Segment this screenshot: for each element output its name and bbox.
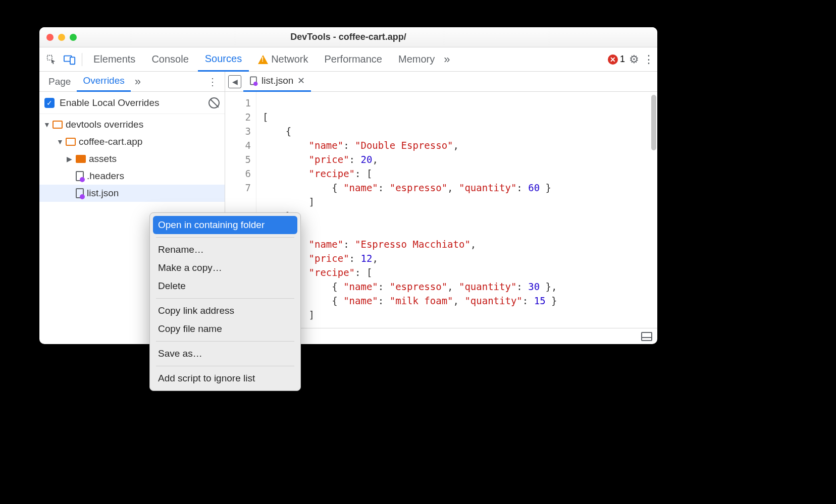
settings-icon[interactable]: ⚙: [629, 53, 639, 66]
file-icon: [250, 77, 257, 85]
tree-label: coffee-cart.app: [79, 136, 142, 147]
tab-sources[interactable]: Sources: [198, 47, 249, 72]
tab-network-label: Network: [271, 53, 308, 65]
tree-label: list.json: [87, 188, 119, 199]
tree-file-headers[interactable]: .headers: [39, 167, 225, 185]
titlebar: DevTools - coffee-cart.app/: [39, 27, 657, 47]
traffic-lights: [46, 34, 77, 41]
clear-overrides-icon[interactable]: [208, 97, 220, 108]
line-number: 6: [225, 166, 251, 181]
svg-rect-2: [70, 57, 75, 64]
separator: [82, 53, 82, 66]
disclosure-triangle-icon: ▶: [67, 155, 73, 163]
cm-save-as[interactable]: Save as…: [150, 345, 300, 363]
tree-label: devtools overrides: [66, 119, 143, 130]
folder-icon: [66, 138, 76, 146]
tab-elements[interactable]: Elements: [86, 47, 142, 72]
tree-folder-domain[interactable]: ▼ coffee-cart.app: [39, 133, 225, 150]
cm-make-copy[interactable]: Make a copy…: [150, 259, 300, 277]
cm-delete[interactable]: Delete: [150, 277, 300, 295]
line-number: 2: [225, 110, 251, 124]
tab-memory[interactable]: Memory: [391, 47, 442, 72]
error-icon: ✕: [608, 54, 618, 65]
file-icon: [76, 188, 84, 198]
tree-file-listjson[interactable]: list.json: [39, 185, 225, 202]
cm-open-in-folder[interactable]: Open in containing folder: [153, 216, 297, 234]
file-icon: [76, 171, 84, 181]
kebab-menu-icon[interactable]: ⋮: [643, 53, 653, 66]
tree-label: assets: [89, 153, 117, 164]
navigator-tab-page[interactable]: Page: [42, 72, 77, 92]
separator: [156, 341, 294, 342]
cm-add-ignore[interactable]: Add script to ignore list: [150, 369, 300, 387]
line-number: 3: [225, 124, 251, 138]
navigator-kebab-icon[interactable]: ⋮: [203, 76, 222, 88]
editor-tab-listjson[interactable]: list.json ✕: [243, 72, 311, 92]
toggle-drawer-icon[interactable]: [641, 332, 652, 341]
folder-icon: [76, 155, 86, 163]
line-number: 7: [225, 181, 251, 195]
vertical-scrollbar[interactable]: [651, 95, 656, 150]
tab-performance[interactable]: Performance: [318, 47, 390, 72]
cm-copy-link[interactable]: Copy link address: [150, 302, 300, 320]
code-content[interactable]: [ { "name": "Double Espresso", "price": …: [256, 92, 657, 328]
tree-folder-assets[interactable]: ▶ assets: [39, 150, 225, 167]
navigator-tabs: Page Overrides » ⋮: [39, 72, 225, 92]
more-tabs-icon[interactable]: »: [444, 53, 450, 66]
cm-copy-filename[interactable]: Copy file name: [150, 320, 300, 338]
editor-tabbar: ◀ list.json ✕: [225, 72, 657, 92]
zoom-window-button[interactable]: [70, 34, 77, 41]
navigator-more-tabs-icon[interactable]: »: [131, 75, 145, 88]
folder-icon: [53, 121, 63, 129]
line-number: 5: [225, 152, 251, 166]
error-count: 1: [620, 54, 625, 65]
enable-overrides-label: Enable Local Overrides: [60, 97, 203, 108]
context-menu: Open in containing folder Rename… Make a…: [149, 212, 301, 391]
separator: [156, 237, 294, 238]
line-number: 4: [225, 138, 251, 152]
tab-console[interactable]: Console: [144, 47, 195, 72]
tab-network[interactable]: Network: [251, 47, 315, 72]
disclosure-triangle-icon: ▼: [43, 121, 49, 129]
disclosure-triangle-icon: ▼: [57, 138, 63, 146]
error-count-badge[interactable]: ✕ 1: [608, 54, 625, 65]
device-toggle-icon[interactable]: [62, 51, 78, 68]
window-title: DevTools - coffee-cart.app/: [77, 32, 620, 42]
main-toolbar: Elements Console Sources Network Perform…: [39, 47, 657, 72]
close-window-button[interactable]: [46, 34, 54, 41]
devtools-window: DevTools - coffee-cart.app/ Elements Con…: [39, 27, 657, 344]
minimize-window-button[interactable]: [58, 34, 65, 41]
svg-rect-0: [47, 55, 52, 60]
editor-tab-filename: list.json: [262, 75, 293, 86]
tree-label: .headers: [87, 171, 124, 182]
close-tab-icon[interactable]: ✕: [297, 75, 305, 86]
inspect-element-icon[interactable]: [43, 51, 60, 68]
enable-overrides-row: ✓ Enable Local Overrides: [39, 92, 225, 114]
cm-rename[interactable]: Rename…: [150, 241, 300, 259]
navigator-tab-overrides[interactable]: Overrides: [77, 72, 130, 92]
toggle-navigator-icon[interactable]: ◀: [228, 75, 241, 88]
warning-icon: [258, 55, 268, 64]
separator: [156, 298, 294, 299]
tree-folder-root[interactable]: ▼ devtools overrides: [39, 116, 225, 133]
enable-overrides-checkbox[interactable]: ✓: [44, 98, 55, 108]
separator: [156, 366, 294, 366]
line-number: 1: [225, 96, 251, 110]
